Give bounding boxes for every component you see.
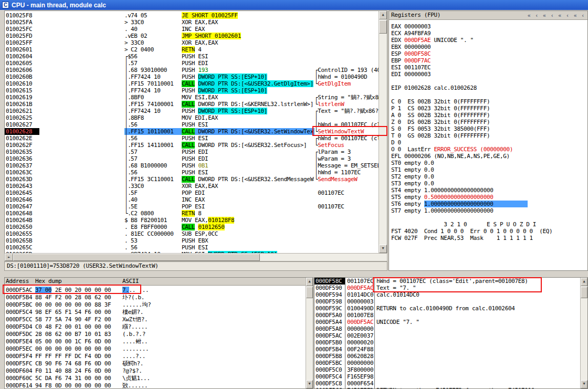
stack-row[interactable]: 000DF5AC002E0037 — [314, 332, 580, 339]
dump-row[interactable]: 000DF5B488 4F F2 00 28 08 62 00圤?(.b. — [5, 294, 306, 301]
disasm-row[interactable]: 01002606│.68 93010000PUSH 193┌ControlID … — [5, 67, 379, 73]
stack-row[interactable]: 000DF5C80000F654 — [314, 380, 580, 387]
scroll-down-button[interactable]: ▼ — [306, 380, 313, 388]
stack-row[interactable]: 000DF59401014DC0calc.01014DC0 — [314, 291, 580, 298]
stack-row[interactable]: 000DF5C4F165EF98 — [314, 373, 580, 380]
scroll-up-button[interactable]: ▲ — [306, 278, 313, 286]
stack-row[interactable]: 000DF5A4000DF5ACUNICODE "7. " — [314, 319, 580, 325]
disasm-row[interactable]: 01002645│.5FPOP EDI 001107EC — [5, 190, 379, 196]
register-row[interactable]: O 0 LastErr ERROR_SUCCESS (00000000) — [391, 146, 586, 153]
register-row[interactable]: ST4 empty 1.0000000000000000000 — [391, 187, 586, 194]
stack-vscrollbar[interactable]: ▲ ▼ — [580, 278, 587, 388]
disasm-row[interactable]: 010025F8.v74 05JE SHORT 010025FF — [5, 12, 379, 19]
scroll-thumb[interactable] — [379, 20, 387, 34]
register-row[interactable]: EAX 00000003 — [391, 23, 586, 30]
disasm-row[interactable]: 0100263D│.FF15 3C110001CALL DWORD PTR DS… — [5, 176, 379, 183]
stack-row[interactable]: 000DF5C03F800000 — [314, 366, 580, 373]
disasm-row[interactable]: 01002605│.57PUSH EDI — [5, 60, 379, 67]
disasm-hscrollbar[interactable]: ◄ ► — [4, 253, 387, 261]
disasm-row[interactable]: 0100265C.56PUSH ESI — [5, 244, 379, 251]
dump-row[interactable]: 000DF5BC00 00 00 00 00 00 88 3F......坸? — [5, 301, 306, 309]
register-row[interactable]: 3 2 1 0 E S P U O Z D I — [391, 221, 586, 228]
disasm-row[interactable]: 010025FC.40INC EAX — [5, 26, 379, 33]
disasm-row[interactable]: 01002625│.8BF8MOV EDI,EAX│ — [5, 114, 379, 121]
stack-row[interactable]: 000DF5CC745977EDRETURN to uxtheme.745977… — [314, 387, 580, 389]
scroll-thumb[interactable] — [306, 287, 313, 298]
register-row[interactable]: ESP 000DF58C — [391, 50, 586, 57]
disasm-row[interactable]: 010025FA>33C0XOR EAX,EAX — [5, 19, 379, 26]
register-row[interactable]: ST1 empty 0.0 — [391, 166, 586, 173]
disasm-row[interactable]: 01002627│.56PUSH ESI│hWnd = 001107EC (cl… — [5, 121, 379, 128]
register-row[interactable]: T 0 GS 002B 32bit 0(FFFFFFFF) — [391, 132, 586, 139]
stack-row[interactable]: 000DF5B000000020 — [314, 339, 580, 346]
disasm-row[interactable]: 01002648└.C2 0800RETN 8 — [5, 210, 379, 217]
disasm-row[interactable]: 01002655.81EC CC000000SUB ESP,0CC — [5, 230, 379, 237]
window-titlebar[interactable]: C CPU - main thread, module calc — [0, 0, 588, 10]
disasm-row[interactable]: 01002646│.40INC EAX — [5, 196, 379, 203]
stack-row[interactable]: 000DF5B800620828 — [314, 353, 580, 360]
register-row[interactable]: EIP 01002628 calc.01002628 — [391, 85, 586, 91]
dump-row[interactable]: 000DF5EC00 00 00 00 00 00 00 00........ — [5, 345, 306, 353]
register-row[interactable]: EBX 00000000 — [391, 44, 586, 50]
stack-row[interactable]: 000DF59C0100490DRETURN to calc.0100490D … — [314, 305, 580, 312]
register-row[interactable]: P 1 CS 0023 32bit 0(FFFFFFFF) — [391, 105, 586, 112]
disasm-row[interactable]: 0100262F│.FF15 14110001CALL DWORD PTR DS… — [5, 142, 379, 149]
register-row[interactable]: ST7 empty 1.0000000000000000000 — [391, 207, 586, 214]
scroll-up-button[interactable]: ▲ — [581, 278, 587, 286]
disasm-row[interactable]: 0100262E│.56PUSH ESI┌hWnd = 001107EC (cl… — [5, 135, 379, 142]
register-row[interactable]: ST5 empty 0.5000000000000000000 — [391, 194, 586, 201]
stack-row[interactable]: 000DF5A0001007E8 — [314, 312, 580, 319]
register-row[interactable] — [391, 91, 586, 98]
disasm-row[interactable]: 010025FD.vEB 02JMP SHORT 01002601 — [5, 33, 379, 39]
register-row[interactable]: EDX 000DF5AE UNICODE ". " — [391, 37, 586, 44]
disasm-row[interactable]: 01002647│.5EPOP ESI 001107EC — [5, 203, 379, 210]
disasm-vscrollbar[interactable]: ▲ ▼ — [379, 11, 387, 253]
disasm-row[interactable]: 01002621│.FF7424 10PUSH DWORD PTR SS:[ES… — [5, 108, 379, 114]
disasm-row[interactable]: 01002637│.68 B1000000PUSH 0B1│Message = … — [5, 162, 379, 169]
app-icon[interactable]: C — [2, 2, 9, 8]
scroll-up-button[interactable]: ▲ — [379, 11, 387, 19]
stack-row[interactable]: 000DF5BC00000000 — [314, 360, 580, 366]
register-row[interactable]: EDI 00000003 — [391, 71, 586, 78]
register-row[interactable]: ST3 empty 0.0 — [391, 180, 586, 187]
register-row[interactable]: Z 0 DS 002B 32bit 0(FFFFFFFF) — [391, 119, 586, 125]
register-row[interactable]: FST 4020 Cond 1 0 0 0 Err 0 0 1 0 0 0 0 … — [391, 228, 586, 235]
dump-row[interactable]: 000DF5E405 00 00 00 1C F6 0D 00....鲋.. — [5, 338, 306, 345]
register-row[interactable]: ST6 empty 1.0000000000000000000 — [391, 201, 586, 207]
dump-row[interactable]: 000DF5CC58 77 5A 74 90 4F F2 00XwZt怬?. — [5, 316, 306, 323]
disasm-row[interactable]: 01002604┌$56PUSH ESI — [5, 53, 379, 60]
dump-row[interactable]: 000DF5C498 EF 65 F1 54 F6 00 00樓e鎇?. — [5, 309, 306, 316]
register-row[interactable]: S 0 FS 0053 32bit 385000(FFF) — [391, 125, 586, 132]
scroll-thumb[interactable] — [581, 287, 587, 298]
stack-row[interactable]: 000DF58C001107EChWnd = 001107EC (class='… — [314, 278, 580, 285]
disasm-row[interactable]: 01002643│.33C0XOR EAX,EAX — [5, 183, 379, 190]
stack-row[interactable]: 000DF5A800000000 — [314, 325, 580, 332]
register-row[interactable]: A 0 SS 002B 32bit 0(FFFFFFFF) — [391, 112, 586, 119]
disasm-row[interactable]: 01002650.E8 FBFF0000CALL 01012650 — [5, 224, 379, 230]
disasm-row[interactable]: 01002628│.FF15 10110001CALL DWORD PTR DS… — [5, 128, 379, 135]
stack-row[interactable]: 000DF590000DF5ACText = "7. " — [314, 285, 580, 291]
disasm-row[interactable]: 01002601>C2 0400RETN 4 — [5, 46, 379, 53]
disasm-row[interactable]: 0100261B│.FF15 74100001CALL DWORD PTR DS… — [5, 101, 379, 108]
disasm-row[interactable]: 01002635│.57PUSH EDI┌lParam = 3 — [5, 149, 379, 155]
register-row[interactable]: ST2 empty 0.0 — [391, 173, 586, 180]
register-row[interactable]: EBP 000DF7AC — [391, 57, 586, 64]
dump-vscrollbar[interactable]: ▲ ▼ — [306, 278, 313, 388]
stack-row[interactable]: 000DF5B400F24F88 — [314, 346, 580, 353]
disasm-row[interactable]: 010025FF>33C0XOR EAX,EAX — [5, 39, 379, 46]
disasm-row[interactable]: 0100264B$B8 F8200101MOV EAX,010128F8 — [5, 217, 379, 224]
register-row[interactable]: ESI 001107EC — [391, 64, 586, 71]
register-row[interactable]: C 0 ES 002B 32bit 0(FFFFFFFF) — [391, 98, 586, 105]
stack-row[interactable]: 000DF59800000003 — [314, 298, 580, 305]
register-row[interactable] — [391, 214, 586, 221]
dump-row[interactable]: 000DF5D4C0 48 F2 00 01 00 00 00繦?..... — [5, 323, 306, 331]
disasm-row[interactable]: 01002610│.FF15 70110001CALL DWORD PTR DS… — [5, 80, 379, 87]
disasm-row[interactable]: 01002636│.57PUSH EDI│wParam = 3 — [5, 155, 379, 162]
disasm-row[interactable]: 0100260B│.FF7424 10PUSH DWORD PTR SS:[ES… — [5, 73, 379, 80]
disasm-row[interactable]: 0100263C│.56PUSH ESI│hWnd = 1107EC — [5, 169, 379, 176]
disasm-row[interactable]: 01002619│.8BF0MOV ESI,EAX┌String = "躺?.?… — [5, 94, 379, 101]
register-row[interactable]: FCW 027F Prec NEAR,53 Mask 1 1 1 1 1 1 — [391, 235, 586, 241]
scroll-thumb[interactable] — [13, 254, 260, 261]
dump-row[interactable]: 000DF61494 F8 0D 00 00 00 00 00敚...... — [5, 382, 306, 389]
disasm-row[interactable]: 01002615│.FF7424 10PUSH DWORD PTR SS:[ES… — [5, 87, 379, 94]
